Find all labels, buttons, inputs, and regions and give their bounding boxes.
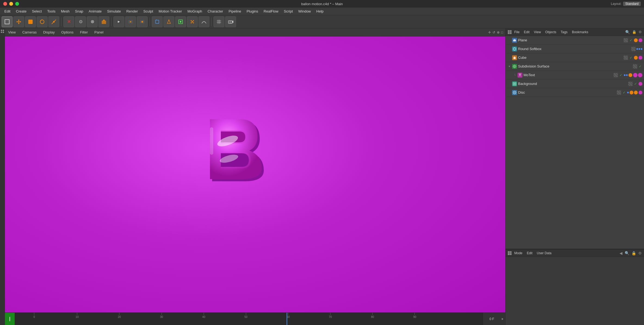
object-row-plane[interactable]: Plane ✓	[506, 36, 644, 45]
om-edit-btn[interactable]: Edit	[522, 30, 531, 35]
grid-tool-btn[interactable]	[213, 16, 224, 27]
background-pink-dot[interactable]	[639, 82, 642, 86]
attr-settings-icon[interactable]: ⚙	[638, 251, 642, 255]
viewport-rotate-icon[interactable]: ↺	[493, 30, 495, 34]
viewport-canvas[interactable]	[5, 36, 505, 312]
viewport-options-menu[interactable]: Options	[60, 30, 75, 35]
disc-visibility-check[interactable]: ✓	[622, 91, 626, 94]
z-axis-btn[interactable]: ⊗	[87, 16, 98, 27]
left-bar-grid-icon[interactable]	[1, 29, 4, 33]
cube-render-tag[interactable]	[624, 56, 628, 60]
plane-pink-dot[interactable]	[639, 38, 642, 42]
pen-tool-btn[interactable]	[163, 16, 174, 27]
background-visibility-check[interactable]: ✓	[633, 82, 638, 86]
maximize-button[interactable]	[15, 2, 19, 6]
particle-tool-btn[interactable]	[187, 16, 198, 27]
object-manager-grid-icon[interactable]	[508, 30, 512, 34]
viewport-view-menu[interactable]: View	[7, 30, 17, 35]
subdivision-visibility-check[interactable]: ✓	[638, 65, 642, 68]
object-row-round-softbox[interactable]: Round Softbox	[506, 45, 644, 53]
menu-sculpt[interactable]: Sculpt	[141, 9, 155, 14]
viewport-crosshair-icon[interactable]: ✛	[488, 30, 491, 34]
play-btn[interactable]	[125, 16, 136, 27]
menu-help[interactable]: Help	[314, 9, 326, 14]
om-objects-btn[interactable]: Objects	[544, 30, 558, 35]
attr-mode-btn[interactable]: Mode	[513, 251, 524, 256]
object-row-subdivision-surface[interactable]: ▼ Subdivision Surface ✓	[506, 62, 644, 71]
object-row-disc[interactable]: Disc ✓	[506, 88, 644, 97]
attr-user-data-btn[interactable]: User Data	[535, 251, 553, 256]
record-btn[interactable]	[113, 16, 124, 27]
object-row-cube[interactable]: Cube ✓	[506, 53, 644, 62]
om-lock-icon[interactable]: 🔒	[632, 30, 636, 34]
om-bookmarks-btn[interactable]: Bookmarks	[570, 30, 590, 35]
move-tool-btn[interactable]	[13, 16, 24, 27]
plane-visibility-check[interactable]: ✓	[629, 38, 633, 42]
motext-visibility-check[interactable]: ✓	[619, 73, 623, 77]
menu-select[interactable]: Select	[30, 9, 44, 14]
plane-orange-dot[interactable]	[634, 38, 638, 42]
disc-pink-dot[interactable]	[639, 91, 642, 94]
box-tool-btn[interactable]	[175, 16, 186, 27]
plane-render-tag[interactable]	[624, 38, 628, 42]
menu-tools[interactable]: Tools	[45, 9, 58, 14]
minimize-button[interactable]	[9, 2, 13, 6]
motext-blue-dots[interactable]	[624, 74, 628, 76]
cube-visibility-check[interactable]: ✓	[629, 56, 633, 60]
attr-search-icon[interactable]: 🔍	[625, 251, 629, 255]
menu-pipeline[interactable]: Pipeline	[226, 9, 243, 14]
om-view-btn[interactable]: View	[532, 30, 543, 35]
background-render-tag[interactable]	[628, 82, 633, 86]
layout-selector[interactable]: Layout: Standard	[611, 2, 641, 6]
menu-render[interactable]: Render	[124, 9, 140, 14]
object-row-motext[interactable]: └ T MoText ✓	[506, 71, 644, 79]
viewport-display-menu[interactable]: Display	[42, 30, 56, 35]
timeline-scroll-end[interactable]	[500, 313, 505, 325]
settings-btn[interactable]	[137, 16, 148, 27]
scale-tool-btn[interactable]	[48, 16, 59, 27]
menu-plugins[interactable]: Plugins	[244, 9, 261, 14]
softbox-blue-dots[interactable]	[636, 48, 642, 50]
attr-grid-icon[interactable]	[508, 251, 512, 255]
menu-create[interactable]: Create	[14, 9, 29, 14]
disc-render-tag[interactable]	[617, 90, 621, 95]
x-axis-btn[interactable]: ✕	[63, 16, 74, 27]
om-tags-btn[interactable]: Tags	[559, 30, 569, 35]
object-row-background[interactable]: Background ✓	[506, 79, 644, 88]
expand-arrow-subdivision-surface[interactable]: ▼	[508, 65, 511, 68]
attr-edit-btn[interactable]: Edit	[525, 251, 534, 256]
curve-tool-btn[interactable]	[199, 16, 209, 27]
disc-blue-dots[interactable]	[627, 92, 629, 93]
viewport-panel-menu[interactable]: Panel	[93, 30, 104, 35]
object-tool-btn[interactable]	[25, 16, 36, 27]
om-file-btn[interactable]: File	[513, 30, 521, 35]
cube-pink-dot[interactable]	[639, 56, 642, 60]
viewport-cameras-menu[interactable]: Cameras	[21, 30, 38, 35]
om-search-icon[interactable]: 🔍	[625, 30, 630, 34]
camera-tool-btn[interactable]	[225, 16, 236, 27]
motext-pink-dots[interactable]	[633, 73, 642, 77]
menu-snap[interactable]: Snap	[73, 9, 85, 14]
timeline-ruler[interactable]: 0 10 20 30 40	[15, 313, 484, 325]
menu-mesh[interactable]: Mesh	[59, 9, 72, 14]
menu-character[interactable]: Character	[205, 9, 225, 14]
softbox-render-tag[interactable]	[631, 47, 636, 51]
attr-back-icon[interactable]: ◀	[620, 251, 623, 255]
rotate-tool-btn[interactable]	[37, 16, 48, 27]
menu-realflow[interactable]: RealFlow	[261, 9, 280, 14]
timeline-playhead[interactable]	[287, 313, 287, 325]
select-tool-btn[interactable]	[2, 16, 13, 27]
motext-orange-dot[interactable]	[628, 73, 632, 77]
om-settings-icon[interactable]: ⚙	[639, 30, 642, 34]
motext-render-tag[interactable]	[614, 73, 618, 77]
viewport-zoom-icon[interactable]: ⊕	[497, 30, 500, 34]
cube-orange-dot[interactable]	[634, 56, 638, 60]
y-axis-btn[interactable]: ⊙	[75, 16, 86, 27]
attr-lock-icon[interactable]: 🔒	[631, 251, 636, 255]
menu-mograph[interactable]: MoGraph	[185, 9, 204, 14]
viewport-fullscreen-icon[interactable]: □	[501, 30, 503, 34]
menu-motion-tracker[interactable]: Motion Tracker	[156, 9, 184, 14]
viewport-filter-menu[interactable]: Filter	[79, 30, 89, 35]
cube-tool-btn[interactable]	[152, 16, 163, 27]
menu-script[interactable]: Script	[282, 9, 295, 14]
